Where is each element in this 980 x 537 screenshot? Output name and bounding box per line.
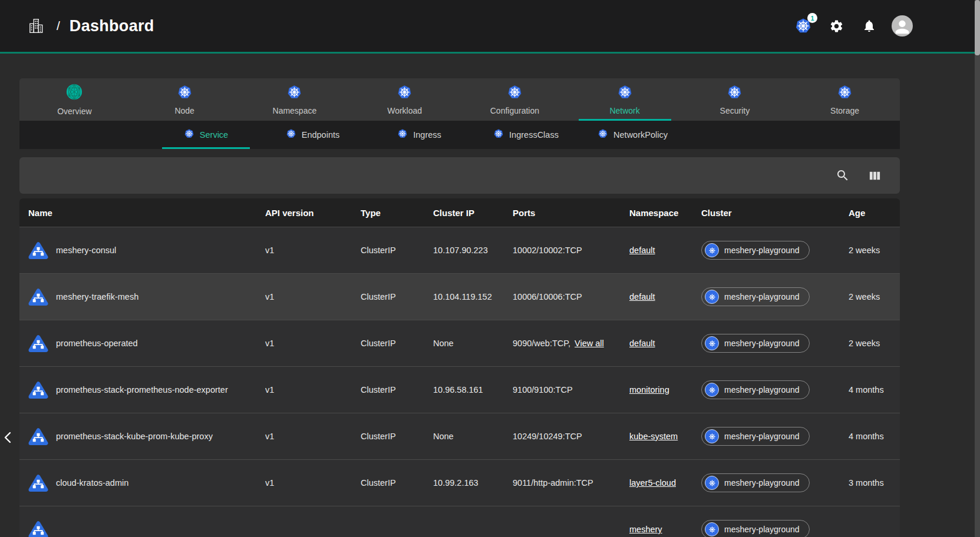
sidebar-collapse-chevron-left-icon[interactable]: [2, 429, 14, 446]
age: 2 weeks: [849, 339, 900, 348]
api-version: v1: [265, 339, 361, 348]
table-row[interactable]: cloud-kratos-admin v1 ClusterIP 10.99.2.…: [19, 459, 900, 506]
service-resource-icon: [28, 473, 48, 493]
cluster-ip: None: [433, 339, 513, 348]
tab-node[interactable]: Node: [130, 78, 240, 121]
service-type: ClusterIP: [361, 385, 433, 395]
kubernetes-icon: [617, 84, 633, 102]
column-header-ports[interactable]: Ports: [513, 208, 629, 218]
user-avatar[interactable]: [892, 15, 913, 37]
notifications-bell-icon[interactable]: [859, 15, 880, 37]
subtab-ingressclass[interactable]: IngressClass: [473, 121, 579, 149]
kubernetes-icon: [705, 522, 719, 536]
view-columns-icon[interactable]: [866, 167, 883, 184]
cluster-chip[interactable]: meshery-playground: [701, 427, 810, 446]
kubernetes-icon: [507, 84, 523, 102]
table-header-row: Name API version Type Cluster IP Ports N…: [19, 198, 900, 227]
cluster-name: meshery-playground: [724, 385, 800, 395]
kubernetes-icon: [286, 84, 302, 102]
column-header-name[interactable]: Name: [28, 208, 265, 218]
cluster-name: meshery-playground: [724, 478, 800, 488]
cluster-chip[interactable]: meshery-playground: [701, 380, 810, 399]
table-row[interactable]: prometheus-stack-prometheus-node-exporte…: [19, 366, 900, 413]
tab-workload[interactable]: Workload: [349, 78, 460, 121]
settings-gear-icon[interactable]: [826, 15, 847, 37]
ports-value: 10002/10002:TCP: [513, 246, 582, 255]
namespace-link[interactable]: layer5-cloud: [629, 478, 676, 488]
ports-value: 9011/http-admin:TCP: [513, 478, 593, 488]
namespace-link[interactable]: kube-system: [629, 432, 678, 441]
tab-configuration[interactable]: Configuration: [460, 78, 570, 121]
kubernetes-icon: [705, 476, 719, 490]
table-row[interactable]: meshery-traefik-mesh v1 ClusterIP 10.104…: [19, 273, 900, 320]
kubernetes-icon: [177, 84, 193, 102]
kubernetes-icon: [705, 429, 719, 443]
column-header-api-version[interactable]: API version: [265, 208, 361, 218]
namespace-link[interactable]: default: [629, 246, 655, 255]
service-resource-icon: [28, 426, 48, 446]
cluster-chip[interactable]: meshery-playground: [701, 241, 810, 260]
ports-value: 10249/10249:TCP: [513, 432, 582, 441]
subtab-service[interactable]: Service: [153, 121, 259, 149]
table-row[interactable]: prometheus-stack-kube-prom-kube-proxy v1…: [19, 413, 900, 459]
cluster-ip: 10.96.58.161: [433, 385, 513, 395]
namespace-link[interactable]: monitoring: [629, 385, 669, 395]
tab-security[interactable]: Security: [680, 78, 790, 121]
cluster-ip: 10.104.119.152: [433, 292, 513, 301]
ports-value: 9090/web:TCP,: [513, 339, 570, 348]
service-name: meshery-traefik-mesh: [56, 292, 138, 301]
namespace-link[interactable]: default: [629, 292, 655, 301]
column-header-age[interactable]: Age: [849, 208, 900, 218]
tab-network[interactable]: Network: [570, 78, 680, 121]
cluster-name: meshery-playground: [724, 339, 800, 348]
column-header-type[interactable]: Type: [361, 208, 433, 218]
api-version: v1: [265, 246, 361, 255]
age: 2 weeks: [849, 292, 900, 301]
kubernetes-context-button[interactable]: 1: [793, 15, 814, 37]
namespace-link[interactable]: meshery: [629, 525, 662, 534]
ports-value: 9100/9100:TCP: [513, 385, 573, 395]
vertical-scrollbar[interactable]: [975, 0, 980, 537]
kubernetes-icon: [705, 383, 719, 397]
column-header-cluster[interactable]: Cluster: [701, 208, 849, 218]
service-type: ClusterIP: [361, 339, 433, 348]
table-row[interactable]: meshery-consul v1 ClusterIP 10.107.90.22…: [19, 227, 900, 273]
kubernetes-icon: [598, 128, 608, 141]
api-version: v1: [265, 432, 361, 441]
service-name: meshery-consul: [56, 246, 116, 255]
subtab-ingress[interactable]: Ingress: [366, 121, 473, 149]
subtab-endpoints[interactable]: Endpoints: [259, 121, 366, 149]
api-version: v1: [265, 385, 361, 395]
subtab-label: Ingress: [413, 130, 441, 140]
namespace-link[interactable]: default: [629, 339, 655, 348]
tab-label: Network: [609, 106, 639, 115]
cluster-chip[interactable]: meshery-playground: [701, 334, 810, 353]
cluster-chip[interactable]: meshery-playground: [701, 520, 810, 537]
kubernetes-icon: [397, 128, 408, 141]
organization-icon[interactable]: [27, 17, 45, 35]
cluster-chip[interactable]: meshery-playground: [701, 473, 810, 492]
kubernetes-icon: [184, 128, 194, 141]
breadcrumb-separator: /: [57, 19, 60, 33]
search-icon[interactable]: [834, 167, 852, 184]
tab-overview[interactable]: Overview: [19, 78, 130, 121]
service-type: ClusterIP: [361, 292, 433, 301]
api-version: v1: [265, 292, 361, 301]
tab-storage[interactable]: Storage: [790, 78, 900, 121]
header-accent-divider: [0, 52, 980, 54]
tab-label: Workload: [387, 106, 422, 115]
table-row[interactable]: prometheus-operated v1 ClusterIP None 90…: [19, 320, 900, 366]
column-header-namespace[interactable]: Namespace: [629, 208, 701, 218]
column-header-cluster-ip[interactable]: Cluster IP: [433, 208, 513, 218]
subtab-networkpolicy[interactable]: NetworkPolicy: [579, 121, 686, 149]
kubernetes-icon: [705, 336, 719, 350]
cluster-chip[interactable]: meshery-playground: [701, 287, 810, 306]
service-resource-icon: [28, 380, 48, 400]
context-count-badge: 1: [807, 13, 817, 23]
tab-namespace[interactable]: Namespace: [240, 78, 350, 121]
view-all-link[interactable]: View all: [575, 339, 604, 348]
kubernetes-icon: [837, 84, 853, 102]
service-resource-icon: [28, 287, 48, 307]
table-row[interactable]: meshery meshery-playground: [19, 506, 900, 537]
scrollbar-thumb[interactable]: [975, 0, 980, 55]
